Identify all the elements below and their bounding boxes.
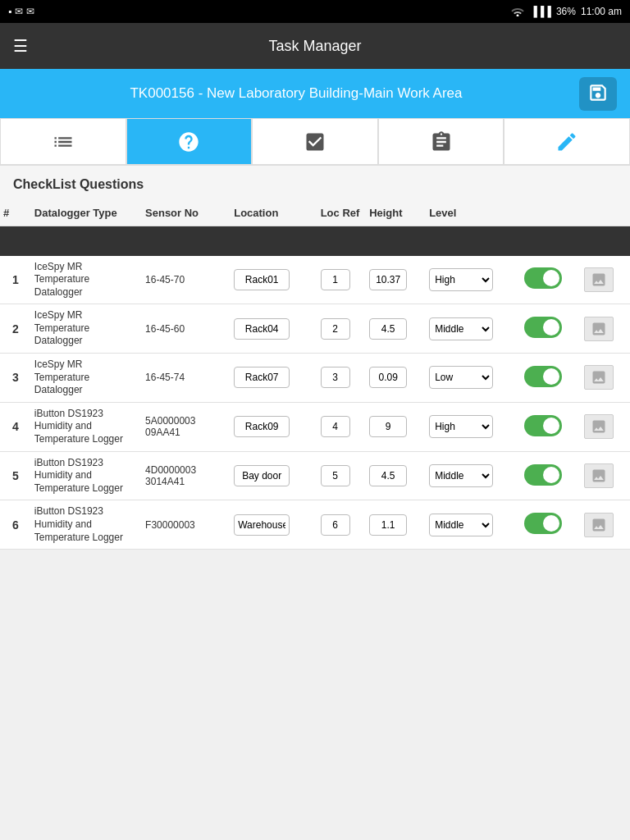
level-select[interactable]: HighMiddleLow — [429, 317, 493, 340]
table-row: 2IceSpy MR Temperature Datalogger16-45-6… — [0, 304, 630, 354]
photo-cell — [581, 402, 630, 451]
height-input[interactable] — [369, 318, 407, 340]
clipboard-icon — [430, 130, 453, 153]
battery-text: 36% — [556, 6, 576, 17]
photo-cell — [581, 304, 630, 354]
section-title: CheckList Questions — [0, 166, 630, 200]
toggle-switch[interactable] — [524, 415, 562, 436]
checklist-table: # Datalogger Type Sensor No Location Loc… — [0, 200, 630, 550]
loc-ref-cell — [317, 354, 366, 403]
height-cell — [366, 500, 426, 550]
location-input[interactable] — [234, 269, 290, 290]
signal-icon: ▐▐▐ — [530, 6, 551, 17]
table-row: 4iButton DS1923 Humidity and Temperature… — [0, 402, 630, 451]
loc-ref-input[interactable] — [321, 318, 350, 340]
toggle-cell — [521, 256, 581, 304]
sensor-no-cell: 16-45-74 — [142, 354, 231, 403]
loc-ref-cell — [317, 304, 366, 354]
loc-ref-input[interactable] — [321, 514, 350, 536]
sensor-no-cell: 4D0000003 3014A41 — [142, 451, 231, 500]
checklist-icon — [304, 130, 326, 153]
location-cell — [231, 354, 317, 403]
photo-placeholder[interactable] — [584, 267, 614, 292]
list-icon — [52, 130, 75, 153]
location-cell — [231, 451, 317, 500]
col-photo — [581, 200, 630, 226]
location-input[interactable] — [234, 416, 290, 437]
height-cell — [366, 304, 426, 354]
toggle-switch[interactable] — [524, 513, 562, 534]
tab-checklist[interactable] — [252, 118, 378, 165]
height-input[interactable] — [369, 269, 407, 290]
photo-placeholder[interactable] — [584, 513, 614, 537]
col-toggle — [521, 200, 581, 226]
app-icon: ▪ — [8, 6, 11, 17]
toggle-cell — [521, 304, 581, 354]
loc-ref-input[interactable] — [321, 416, 350, 437]
save-icon — [587, 82, 609, 103]
sensor-no-cell: 16-45-70 — [142, 256, 231, 304]
height-cell — [366, 354, 426, 403]
loc-ref-input[interactable] — [321, 465, 350, 486]
sensor-no-cell: 16-45-60 — [142, 304, 231, 354]
toggle-cell — [521, 354, 581, 403]
photo-placeholder[interactable] — [584, 414, 614, 439]
photo-placeholder[interactable] — [584, 463, 614, 488]
col-datalogger-type: Datalogger Type — [31, 200, 142, 226]
tab-edit[interactable] — [504, 118, 630, 165]
height-input[interactable] — [369, 367, 407, 388]
location-input[interactable] — [234, 514, 290, 536]
table-wrapper: # Datalogger Type Sensor No Location Loc… — [0, 200, 630, 550]
level-cell: HighMiddleLow — [426, 354, 521, 403]
level-select[interactable]: HighMiddleLow — [429, 415, 493, 438]
save-button[interactable] — [579, 77, 617, 111]
height-cell — [366, 402, 426, 451]
tab-list[interactable] — [0, 118, 126, 165]
height-input[interactable] — [369, 465, 407, 486]
photo-cell — [581, 256, 630, 304]
loc-ref-input[interactable] — [321, 367, 350, 388]
col-location: Location — [231, 200, 317, 226]
photo-cell — [581, 354, 630, 403]
email-icon: ✉ — [15, 6, 23, 17]
toggle-switch[interactable] — [524, 464, 562, 486]
datalogger-type-cell: iButton DS1923 Humidity and Temperature … — [31, 500, 142, 550]
height-input[interactable] — [369, 416, 407, 437]
location-input[interactable] — [234, 465, 290, 486]
photo-placeholder[interactable] — [584, 317, 614, 341]
height-cell — [366, 451, 426, 500]
photo-placeholder[interactable] — [584, 365, 614, 390]
col-loc-ref: Loc Ref — [317, 200, 366, 226]
datalogger-type-cell: IceSpy MR Temperature Datalogger — [31, 256, 142, 304]
row-number: 3 — [0, 354, 31, 403]
table-body: 1IceSpy MR Temperature Datalogger16-45-7… — [0, 256, 630, 550]
top-nav: ☰ Task Manager — [0, 23, 630, 69]
tab-clipboard[interactable] — [378, 118, 504, 165]
row-number: 5 — [0, 451, 31, 500]
photo-cell — [581, 500, 630, 550]
toggle-cell — [521, 451, 581, 500]
help-icon — [177, 130, 200, 153]
level-select[interactable]: HighMiddleLow — [429, 268, 493, 291]
toggle-switch[interactable] — [524, 317, 562, 338]
location-input[interactable] — [234, 318, 290, 340]
level-select[interactable]: HighMiddleLow — [429, 464, 493, 487]
photo-cell — [581, 451, 630, 500]
row-number: 2 — [0, 304, 31, 354]
status-right: ▐▐▐ 36% 11:00 am — [510, 5, 622, 19]
toggle-switch[interactable] — [524, 366, 562, 387]
hamburger-menu[interactable]: ☰ — [13, 36, 28, 56]
location-cell — [231, 256, 317, 304]
toggle-cell — [521, 500, 581, 550]
location-input[interactable] — [234, 367, 290, 388]
height-input[interactable] — [369, 514, 407, 536]
level-select[interactable]: HighMiddleLow — [429, 514, 493, 536]
loc-ref-input[interactable] — [321, 269, 350, 290]
datalogger-type-cell: IceSpy MR Temperature Datalogger — [31, 354, 142, 403]
loc-ref-cell — [317, 402, 366, 451]
row-number: 1 — [0, 256, 31, 304]
tab-help[interactable] — [126, 118, 253, 165]
toggle-switch[interactable] — [524, 267, 562, 289]
level-select[interactable]: HighMiddleLow — [429, 366, 493, 389]
datalogger-type-cell: iButton DS1923 Humidity and Temperature … — [31, 402, 142, 451]
